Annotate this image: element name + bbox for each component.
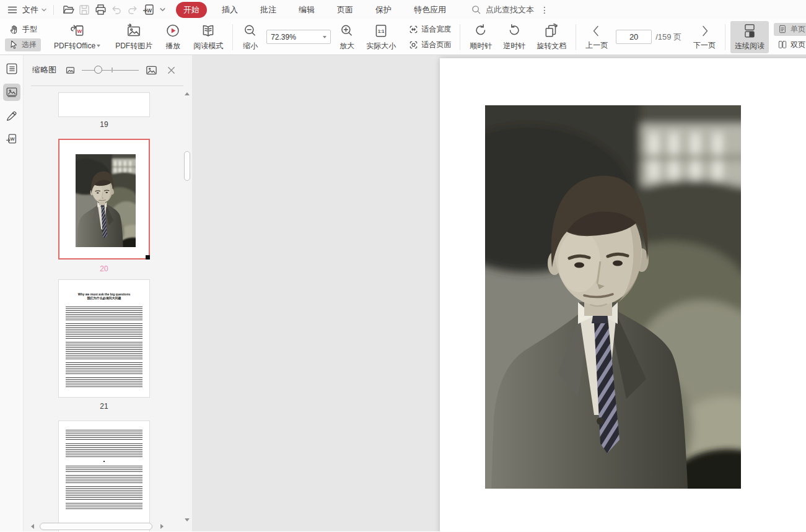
page-number-input[interactable] [616, 30, 652, 44]
thumbnail-size-slider[interactable] [82, 66, 139, 74]
panel-vertical-scrollbar[interactable] [183, 87, 191, 523]
thumbnail-panel-header: 缩略图 [24, 55, 192, 85]
zoom-out-label: 缩小 [243, 41, 258, 51]
toolbar: 手型 选择 W PDF转Office PDF转图片 [0, 19, 806, 55]
export-word-icon[interactable]: W [141, 2, 157, 17]
single-page-button[interactable]: 单页 [774, 23, 806, 36]
hamburger-menu-icon[interactable] [6, 4, 19, 16]
actual-size-button[interactable]: 1:1 实际大小 [362, 21, 400, 53]
thumbnail-label-21: 21 [58, 402, 150, 411]
scroll-left-arrow[interactable] [31, 524, 34, 529]
rotate-document-label: 旋转文档 [537, 41, 566, 51]
close-panel-icon[interactable] [167, 66, 176, 75]
thumbnail-resize-handle[interactable] [146, 255, 150, 259]
page-21-paragraph [66, 342, 142, 359]
thumbnail-size-large-icon[interactable] [145, 64, 158, 77]
document-viewer[interactable] [192, 55, 806, 531]
hand-tool-button[interactable]: 手型 [5, 23, 41, 36]
page-21-paragraph [66, 377, 142, 387]
pdf-to-image-button[interactable]: PDF转图片 [111, 21, 157, 53]
reading-mode-button[interactable]: 阅读模式 [189, 21, 227, 53]
svg-text:W: W [147, 7, 152, 13]
zoom-combobox-caret-icon [323, 36, 326, 38]
continuous-reading-button[interactable]: 连续阅读 [730, 21, 769, 53]
toolbar-divider [725, 24, 725, 50]
page-22-paragraph [66, 475, 142, 483]
zoom-level-combobox[interactable]: 72.39% [266, 30, 331, 44]
redo-icon[interactable] [125, 2, 141, 17]
scroll-right-arrow[interactable] [160, 524, 164, 529]
fit-page-button[interactable]: 适合页面 [405, 38, 455, 51]
search-box[interactable]: 点此查找文本 [471, 4, 534, 15]
tab-comment[interactable]: 批注 [253, 2, 284, 18]
thumbnail-panel: 缩略图 19 [24, 55, 192, 531]
actual-size-icon: 1:1 [373, 23, 389, 39]
select-tool-label: 选择 [22, 40, 37, 50]
scroll-down-arrow[interactable] [185, 518, 190, 521]
double-page-button[interactable]: 双页 [774, 38, 806, 51]
page-22-paragraph [66, 503, 142, 509]
double-page-label: 双页 [791, 40, 805, 50]
toolbar-divider [460, 24, 460, 50]
select-tool-button[interactable]: 选择 [5, 38, 41, 51]
file-menu-button[interactable]: 文件 [22, 4, 47, 15]
open-file-icon[interactable] [60, 2, 76, 17]
tab-page[interactable]: 页面 [330, 2, 361, 18]
thumbnail-page-19[interactable] [58, 92, 150, 117]
pdf-to-office-icon: W [69, 23, 85, 39]
page-21-heading: Why we must ask the big questions 我们为什么必… [59, 292, 149, 300]
thumbnail-page-21[interactable]: Why we must ask the big questions 我们为什么必… [58, 279, 150, 398]
previous-page-label: 上一页 [585, 40, 608, 51]
annotation-pen-icon[interactable] [3, 107, 20, 124]
tab-edit[interactable]: 编辑 [291, 2, 322, 18]
rotate-counterclockwise-label: 逆时针 [503, 41, 525, 51]
chevron-right-icon [697, 24, 712, 38]
previous-page-button[interactable]: 上一页 [581, 22, 612, 53]
pdf-to-office-button[interactable]: W PDF转Office [50, 21, 105, 53]
slider-track [82, 70, 139, 71]
left-sidebar: W [0, 55, 24, 531]
tab-special-apps[interactable]: 特色应用 [406, 2, 453, 18]
export-doc-icon[interactable]: W [3, 131, 20, 148]
scroll-up-arrow[interactable] [185, 92, 190, 95]
pdf-to-office-label-wrap: PDF转Office [54, 41, 100, 51]
zoom-in-button[interactable]: 放大 [335, 21, 359, 53]
pdf-to-image-label: PDF转图片 [115, 41, 152, 51]
page-number-group: /159 页 [616, 30, 681, 44]
tab-insert[interactable]: 插入 [214, 2, 245, 18]
fit-width-button[interactable]: 适合宽度 [405, 23, 455, 36]
tab-protect[interactable]: 保护 [368, 2, 399, 18]
rotate-clockwise-button[interactable]: 顺时针 [465, 21, 496, 53]
save-icon[interactable] [76, 2, 92, 17]
panel-horizontal-scrollbar[interactable] [28, 523, 181, 531]
menu-bar: 文件 W 开始 插入 批注 编辑 页面 保护 [0, 0, 806, 19]
zoom-in-icon [339, 23, 355, 39]
thumbnail-size-small-icon[interactable] [65, 65, 76, 76]
chevron-left-icon [589, 24, 604, 38]
search-icon [471, 4, 481, 15]
tab-home[interactable]: 开始 [176, 2, 207, 18]
vertical-scrollbar-thumb[interactable] [184, 151, 190, 181]
page-22-paragraph [66, 486, 142, 500]
horizontal-scrollbar-thumb[interactable] [40, 523, 152, 530]
thumbnail-page-22[interactable] [58, 421, 150, 531]
outline-panel-icon[interactable] [3, 60, 20, 77]
thumbnail-page-20[interactable] [58, 139, 150, 259]
zoom-out-button[interactable]: 缩小 [238, 21, 263, 53]
rotate-document-button[interactable]: 旋转文档 [532, 21, 571, 53]
undo-icon[interactable] [108, 2, 125, 17]
play-button[interactable]: 播放 [160, 21, 185, 53]
rotate-counterclockwise-button[interactable]: 逆时针 [499, 21, 530, 53]
toolbar-expand-chevron-icon[interactable] [159, 6, 166, 13]
actual-size-label: 实际大小 [366, 41, 396, 51]
file-menu-label: 文件 [22, 4, 38, 15]
print-icon[interactable] [92, 2, 108, 17]
thumbnail-panel-icon[interactable] [3, 84, 20, 101]
page-22-separator-dot [103, 461, 105, 462]
next-page-button[interactable]: 下一页 [689, 22, 720, 53]
page-22-paragraph [66, 443, 142, 457]
slider-knob[interactable] [94, 66, 102, 74]
body-row: W 缩略图 [0, 55, 806, 531]
search-more-icon[interactable]: ⋮ [540, 5, 548, 15]
fit-width-label: 适合宽度 [421, 24, 451, 35]
